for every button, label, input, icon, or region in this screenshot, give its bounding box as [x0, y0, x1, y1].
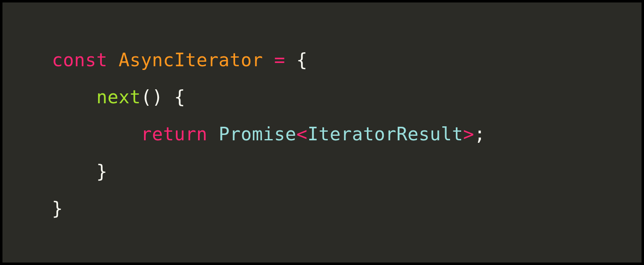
- class-name: AsyncIterator: [119, 49, 263, 70]
- code-line-1: const AsyncIterator = {: [52, 42, 592, 79]
- indent: [52, 161, 96, 182]
- method-name: next: [96, 86, 141, 107]
- space: [107, 49, 119, 70]
- semicolon: ;: [474, 123, 485, 144]
- indent: [52, 86, 96, 107]
- brace-open: {: [174, 86, 185, 107]
- indent: [52, 123, 141, 144]
- code-line-2: next() {: [52, 79, 592, 116]
- operator-equals: =: [274, 49, 285, 70]
- brace-open: {: [296, 49, 308, 70]
- code-line-4: }: [52, 153, 592, 190]
- keyword-return: return: [141, 123, 208, 144]
- space: [263, 49, 274, 70]
- space: [285, 49, 296, 70]
- keyword-const: const: [52, 49, 107, 70]
- space: [208, 123, 219, 144]
- type-promise: Promise: [219, 123, 296, 144]
- code-line-5: }: [52, 190, 592, 227]
- brace-close: }: [96, 161, 107, 182]
- code-line-3: return Promise<IteratorResult>;: [52, 116, 592, 153]
- angle-open: <: [296, 123, 308, 144]
- parens: (): [141, 86, 163, 107]
- space: [163, 86, 174, 107]
- angle-close: >: [463, 123, 474, 144]
- type-iterator-result: IteratorResult: [308, 123, 463, 144]
- brace-close: }: [52, 198, 63, 219]
- code-block: const AsyncIterator = { next() { return …: [2, 2, 642, 263]
